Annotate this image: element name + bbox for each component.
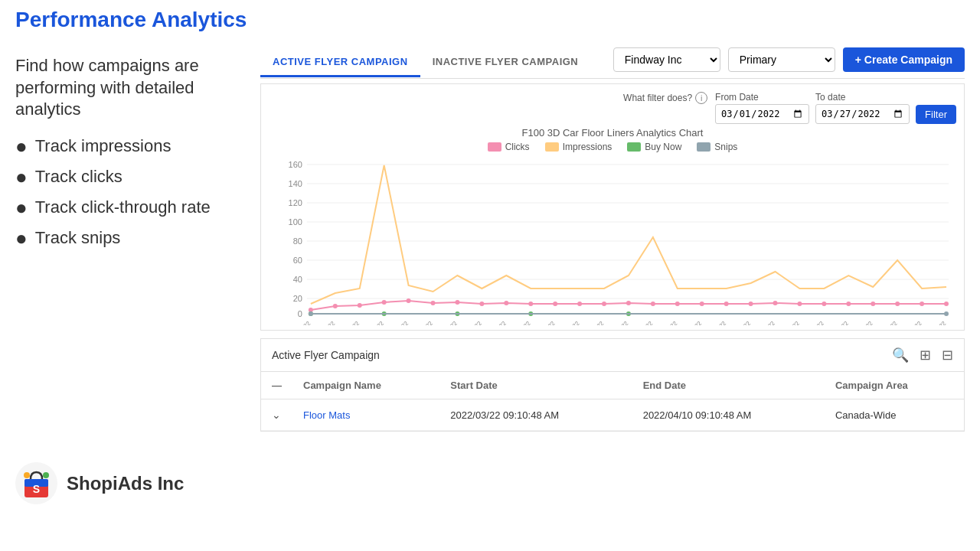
svg-text:03/27/2022: 03/27/2022 (921, 320, 948, 325)
search-icon[interactable]: 🔍 (892, 347, 909, 364)
svg-text:03/18/2022: 03/18/2022 (701, 320, 727, 325)
chart-container: What filter does? i From Date To date Fi… (260, 83, 965, 331)
svg-text:03/21/2022: 03/21/2022 (774, 320, 801, 325)
svg-point-50 (309, 311, 313, 316)
col-checkbox: — (261, 372, 292, 399)
svg-point-35 (724, 302, 729, 306)
legend-label-snips: Snips (714, 142, 737, 152)
bullet-dot-1: ● (15, 136, 28, 156)
svg-point-31 (626, 301, 631, 305)
filter-button[interactable]: Filter (916, 105, 956, 124)
svg-text:03/23/2022: 03/23/2022 (823, 320, 850, 325)
svg-point-39 (822, 302, 826, 306)
svg-point-84 (43, 472, 49, 478)
chart-filter-row: What filter does? i From Date To date Fi… (269, 92, 956, 124)
table-toolbar: Active Flyer Campaign 🔍 ⊞ ⊟ (261, 339, 964, 372)
svg-text:03/26/2022: 03/26/2022 (897, 320, 923, 325)
shopiads-logo-icon: S (15, 462, 57, 504)
feature-list: ● Track impressions ● Track clicks ● Tra… (15, 136, 245, 248)
svg-text:03/08/2022: 03/08/2022 (456, 320, 483, 325)
info-icon: i (695, 92, 707, 104)
svg-text:03/04/2022: 03/04/2022 (358, 320, 385, 325)
svg-text:03/25/2022: 03/25/2022 (872, 320, 899, 325)
campaign-area-cell: Canada-Wide (825, 399, 964, 431)
svg-text:03/13/2022: 03/13/2022 (579, 320, 606, 325)
from-date-group: From Date (715, 92, 809, 124)
svg-point-44 (944, 302, 949, 306)
svg-point-40 (846, 302, 851, 306)
start-date-cell: 2022/03/22 09:10:48 AM (439, 399, 632, 431)
legend-color-buynow (627, 142, 641, 152)
from-date-input[interactable] (715, 104, 809, 124)
from-date-label: From Date (715, 92, 809, 103)
bullet-label-4: Track snips (35, 228, 121, 248)
bullet-snips: ● Track snips (15, 228, 245, 248)
to-date-label: To date (815, 92, 910, 103)
col-campaign-name: Campaign Name (292, 372, 439, 399)
impressions-line (311, 165, 946, 304)
filter-icon[interactable]: ⊟ (942, 347, 953, 364)
legend-clicks: Clicks (488, 142, 530, 152)
svg-text:03/01/2022: 03/01/2022 (286, 320, 312, 325)
bullet-ctr: ● Track click-through rate (15, 197, 245, 217)
campaign-name-link[interactable]: Floor Mats (303, 409, 350, 421)
bullet-dot-3: ● (15, 197, 28, 217)
bullet-impressions: ● Track impressions (15, 136, 245, 156)
campaign-type-dropdown[interactable]: Primary (728, 47, 835, 72)
tabs-controls: Findway Inc Primary + Create Campaign (613, 47, 965, 78)
svg-point-32 (651, 302, 655, 306)
chart-area: 160 140 120 100 80 60 40 20 0 (269, 157, 956, 325)
col-campaign-area: Campaign Area (825, 372, 964, 399)
svg-text:03/16/2022: 03/16/2022 (652, 320, 679, 325)
svg-point-29 (577, 302, 582, 306)
svg-point-24 (455, 300, 459, 305)
svg-point-19 (333, 304, 338, 308)
footer: S ShopiAds Inc (15, 455, 965, 504)
svg-text:60: 60 (293, 256, 302, 265)
svg-text:40: 40 (293, 275, 302, 284)
grid-icon[interactable]: ⊞ (920, 347, 931, 364)
svg-text:100: 100 (289, 217, 302, 227)
legend-label-clicks: Clicks (505, 142, 530, 152)
bullet-label-2: Track clicks (35, 167, 122, 187)
svg-text:03/09/2022: 03/09/2022 (481, 320, 508, 325)
svg-text:03/14/2022: 03/14/2022 (603, 320, 630, 325)
svg-text:03/17/2022: 03/17/2022 (677, 320, 704, 325)
to-date-input[interactable] (815, 104, 910, 124)
campaign-table: — Campaign Name Start Date End Date Camp… (261, 372, 964, 431)
tab-active-flyer[interactable]: ACTIVE FLYER CAMPAIGN (260, 48, 420, 77)
create-campaign-button[interactable]: + Create Campaign (843, 47, 965, 72)
filter-info-label: What filter does? (623, 93, 692, 103)
col-start-date: Start Date (439, 372, 632, 399)
svg-point-25 (479, 302, 484, 306)
svg-text:03/06/2022: 03/06/2022 (407, 320, 434, 325)
svg-point-36 (749, 302, 753, 306)
description-text: Find how campaigns are performing with d… (15, 55, 245, 121)
date-filter-controls: From Date To date Filter (715, 92, 956, 124)
campaign-table-section: Active Flyer Campaign 🔍 ⊞ ⊟ — Campaign N… (260, 338, 965, 432)
svg-text:03/12/2022: 03/12/2022 (554, 320, 581, 325)
svg-text:03/11/2022: 03/11/2022 (530, 320, 557, 325)
svg-point-37 (773, 301, 778, 305)
svg-text:03/24/2022: 03/24/2022 (848, 320, 874, 325)
svg-text:03/10/2022: 03/10/2022 (505, 320, 532, 325)
legend-label-buynow: Buy Now (645, 142, 681, 152)
table-icon-group: 🔍 ⊞ ⊟ (892, 347, 953, 364)
svg-text:20: 20 (293, 294, 302, 303)
svg-point-23 (431, 301, 436, 305)
svg-text:120: 120 (289, 198, 302, 207)
tab-inactive-flyer[interactable]: INACTIVE FLYER CAMPAIGN (420, 48, 591, 77)
row-expand[interactable]: ⌄ (261, 399, 292, 431)
svg-point-20 (358, 303, 362, 308)
svg-text:03/02/2022: 03/02/2022 (310, 320, 337, 325)
to-date-group: To date (815, 92, 910, 124)
svg-text:80: 80 (293, 236, 302, 246)
svg-point-51 (944, 311, 949, 316)
svg-point-27 (528, 302, 533, 306)
company-dropdown[interactable]: Findway Inc (613, 47, 720, 72)
svg-text:140: 140 (289, 179, 302, 188)
page-title: Performance Analytics (15, 8, 965, 32)
svg-point-43 (920, 302, 924, 306)
legend-color-impressions (545, 142, 559, 152)
bullet-label-3: Track click-through rate (35, 197, 211, 217)
